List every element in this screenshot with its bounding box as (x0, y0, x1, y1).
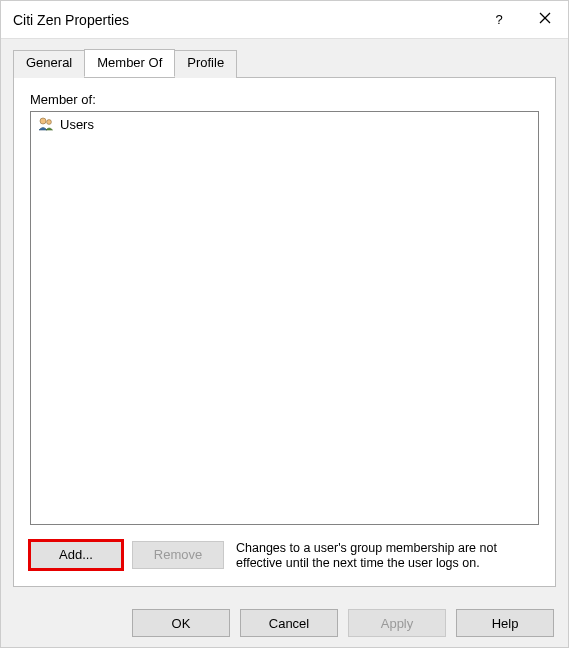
add-button[interactable]: Add... (30, 541, 122, 569)
panel-actions-row: Add... Remove Changes to a user's group … (30, 541, 539, 572)
help-icon: ? (495, 12, 502, 27)
remove-button[interactable]: Remove (132, 541, 224, 569)
dialog-content: General Member Of Profile Member of: (1, 39, 568, 599)
window-title: Citi Zen Properties (13, 12, 476, 28)
member-of-label: Member of: (30, 92, 539, 107)
close-icon (539, 12, 551, 27)
titlebar-help-button[interactable]: ? (476, 1, 522, 39)
cancel-button[interactable]: Cancel (240, 609, 338, 637)
ok-button[interactable]: OK (132, 609, 230, 637)
svg-point-2 (40, 118, 46, 124)
titlebar-close-button[interactable] (522, 1, 568, 39)
group-icon (37, 115, 55, 133)
help-button[interactable]: Help (456, 609, 554, 637)
group-listbox[interactable]: Users (30, 111, 539, 525)
dialog-button-bar: OK Cancel Apply Help (1, 599, 568, 647)
list-item-label: Users (60, 117, 94, 132)
tabpanel-member-of: Member of: Users Add... Re (13, 77, 556, 587)
titlebar: Citi Zen Properties ? (1, 1, 568, 39)
apply-button[interactable]: Apply (348, 609, 446, 637)
list-item[interactable]: Users (33, 114, 536, 134)
hint-text: Changes to a user's group membership are… (234, 541, 539, 572)
svg-point-3 (47, 120, 52, 125)
tabstrip: General Member Of Profile (13, 50, 556, 78)
properties-dialog: Citi Zen Properties ? General Member Of … (0, 0, 569, 648)
tab-member-of[interactable]: Member Of (84, 49, 175, 77)
tab-profile[interactable]: Profile (174, 50, 237, 78)
tab-general[interactable]: General (13, 50, 85, 78)
